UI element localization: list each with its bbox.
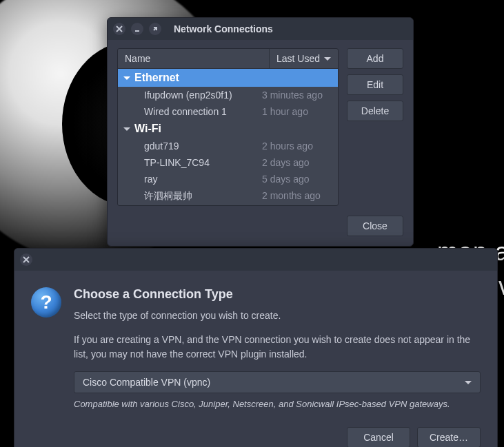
titlebar: Network Connections xyxy=(108,18,413,40)
expand-icon xyxy=(123,127,130,131)
column-last-used[interactable]: Last Used xyxy=(270,49,338,68)
dialog-heading: Choose a Connection Type xyxy=(74,287,481,302)
group-ethernet[interactable]: Ethernet xyxy=(118,69,338,87)
close-icon[interactable] xyxy=(20,253,32,266)
minimize-icon[interactable] xyxy=(131,23,143,35)
connection-name: Ifupdown (enp2s0f1) xyxy=(118,90,262,101)
close-button[interactable]: Close xyxy=(347,216,403,236)
titlebar xyxy=(14,249,497,271)
wallpaper-text: vi xyxy=(498,272,504,301)
add-button[interactable]: Add xyxy=(347,48,403,69)
connection-last-used: 3 minutes ago xyxy=(262,90,338,101)
group-label: Wi-Fi xyxy=(134,123,161,135)
connection-last-used: 5 days ago xyxy=(262,174,338,185)
list-item[interactable]: 许泗桐最帅 2 months ago xyxy=(118,187,338,205)
sort-descending-icon xyxy=(324,57,331,61)
connection-name: 许泗桐最帅 xyxy=(118,190,262,202)
network-connections-window: Network Connections Name Last Used Ether… xyxy=(107,17,414,247)
dialog-text: If you are creating a VPN, and the VPN c… xyxy=(74,333,481,362)
connection-last-used: 2 months ago xyxy=(262,190,338,202)
connection-name: ray xyxy=(118,174,262,185)
connection-last-used: 1 hour ago xyxy=(262,106,338,117)
list-item[interactable]: Ifupdown (enp2s0f1) 3 minutes ago xyxy=(118,87,338,103)
chevron-down-icon xyxy=(465,381,472,384)
question-icon: ? xyxy=(31,287,61,318)
create-button[interactable]: Create… xyxy=(417,427,481,447)
connection-type-dialog: ? Choose a Connection Type Select the ty… xyxy=(14,248,498,447)
close-icon[interactable] xyxy=(113,23,125,35)
expand-icon xyxy=(123,76,130,80)
cancel-button[interactable]: Cancel xyxy=(347,427,410,447)
group-wifi[interactable]: Wi-Fi xyxy=(118,120,338,138)
side-buttons: Add Edit Delete xyxy=(347,48,403,206)
column-name[interactable]: Name xyxy=(118,49,270,68)
maximize-icon[interactable] xyxy=(149,23,161,35)
delete-button[interactable]: Delete xyxy=(347,101,403,121)
list-header: Name Last Used xyxy=(118,49,338,69)
connection-last-used: 2 hours ago xyxy=(262,141,338,152)
connection-name: Wired connection 1 xyxy=(118,106,262,117)
connection-name: TP-LINK_7C94 xyxy=(118,157,262,168)
dialog-text: Select the type of connection you wish t… xyxy=(74,309,481,323)
group-label: Ethernet xyxy=(134,72,179,84)
list-item[interactable]: gdut719 2 hours ago xyxy=(118,138,338,154)
dropdown-hint: Compatible with various Cisco, Juniper, … xyxy=(74,399,481,409)
connections-list: Name Last Used Ethernet Ifupdown (enp2s0… xyxy=(117,48,339,206)
list-item[interactable]: Wired connection 1 1 hour ago xyxy=(118,103,338,120)
column-last-used-label: Last Used xyxy=(276,53,320,64)
window-title: Network Connections xyxy=(167,23,407,34)
list-item[interactable]: ray 5 days ago xyxy=(118,171,338,187)
connection-type-dropdown[interactable]: Cisco Compatible VPN (vpnc) xyxy=(74,371,481,393)
list-body: Ethernet Ifupdown (enp2s0f1) 3 minutes a… xyxy=(118,69,338,205)
list-item[interactable]: TP-LINK_7C94 2 days ago xyxy=(118,154,338,171)
dropdown-selected: Cisco Compatible VPN (vpnc) xyxy=(83,377,210,388)
connection-last-used: 2 days ago xyxy=(262,157,338,168)
edit-button[interactable]: Edit xyxy=(347,74,403,95)
connection-name: gdut719 xyxy=(118,141,262,152)
